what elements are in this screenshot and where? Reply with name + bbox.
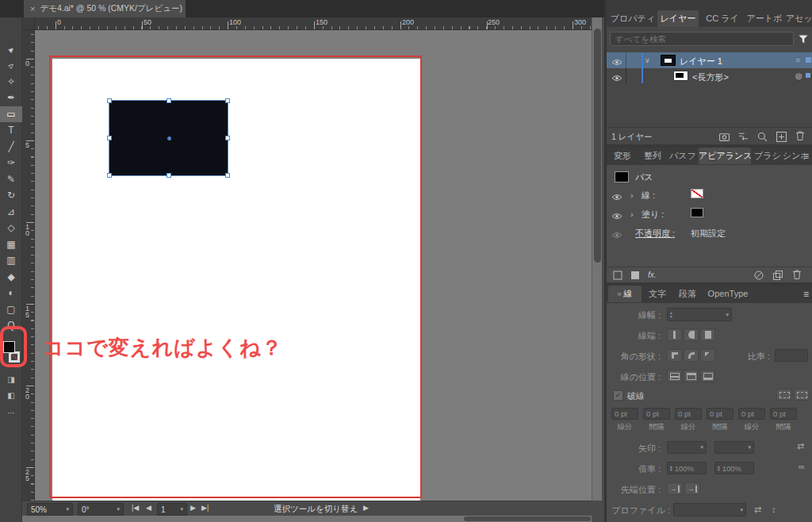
selection-handle[interactable] — [107, 98, 112, 103]
status-play-icon[interactable]: ▶ — [363, 504, 369, 512]
cap-round-button[interactable] — [684, 328, 699, 341]
stepper-icon[interactable]: ▴▾ — [718, 465, 720, 472]
tab-properties[interactable]: プロパティ — [610, 10, 656, 27]
locate-object-icon[interactable] — [757, 131, 768, 142]
make-clip-mask-icon[interactable] — [719, 131, 730, 142]
link-scales-icon[interactable]: ∞ — [799, 462, 805, 471]
selection-center-point[interactable] — [167, 136, 171, 140]
draw-mode-button[interactable]: ◨ — [0, 373, 22, 386]
blend-tool[interactable]: ◐ — [0, 285, 22, 301]
more-tools-button[interactable]: ⋯ — [0, 406, 22, 419]
magic-wand-tool[interactable]: ✧ — [0, 74, 22, 90]
tab-assets[interactable]: アセット — [786, 10, 812, 27]
rectangle-tool[interactable]: ▭ — [0, 106, 22, 122]
object-name[interactable]: <長方形> — [692, 71, 729, 83]
arrow-scale-start-field[interactable]: ▴▾ 100% — [667, 462, 707, 474]
type-tool[interactable]: T — [0, 122, 22, 138]
dash-field-2[interactable]: 0 pt — [675, 408, 702, 420]
tab-opentype[interactable]: OpenType — [703, 286, 753, 302]
stepper-icon[interactable]: ▴▾ — [670, 465, 672, 472]
zoom-tool[interactable]: Q — [0, 317, 22, 333]
pen-tool[interactable]: ✒ — [0, 90, 22, 106]
fill-row-label[interactable]: 塗り : — [642, 209, 664, 221]
tab-align[interactable]: 整列 — [638, 148, 667, 164]
scale-tool[interactable]: ⊿ — [0, 204, 22, 220]
tip-extend-button[interactable]: → — [667, 482, 683, 495]
stroke-weight-field[interactable]: ▴▾ ▾ — [667, 308, 732, 321]
tip-align-button[interactable]: → — [684, 482, 700, 495]
vertical-scrollbar-thumb[interactable] — [594, 29, 601, 263]
tab-appearance[interactable]: アピアランス — [699, 148, 751, 164]
line-tool[interactable]: ╱ — [0, 139, 22, 155]
tab-layers[interactable]: レイヤー — [657, 10, 699, 27]
document-tab[interactable]: × デモ4.ai* @ 50 % (CMYK/プレビュー) — [24, 0, 186, 17]
gradient-tool[interactable]: ▥ — [0, 252, 22, 268]
miter-ratio-field[interactable] — [775, 349, 808, 362]
artboard-number-dropdown[interactable]: 1 ▾ — [157, 503, 187, 516]
delete-layer-icon[interactable] — [795, 130, 805, 141]
tab-pathfinder[interactable]: パスフ — [668, 148, 697, 164]
zoom-level-dropdown[interactable]: 50% ▾ — [27, 503, 73, 516]
visibility-eye-icon[interactable] — [611, 191, 622, 201]
selection-handle[interactable] — [107, 173, 112, 178]
visibility-eye-icon[interactable] — [611, 210, 622, 220]
width-tool[interactable]: ◇ — [0, 220, 22, 236]
add-effect-fx-icon[interactable]: fx. — [648, 271, 657, 279]
cap-butt-button[interactable] — [667, 328, 682, 341]
target-circle-icon[interactable]: ○ — [795, 56, 800, 64]
flip-along-icon[interactable]: ↕ — [772, 505, 776, 514]
pencil-tool[interactable]: ✎ — [0, 171, 22, 187]
tab-cc-libraries[interactable]: CC ライ — [703, 10, 741, 27]
fill-black-swatch[interactable] — [691, 208, 703, 217]
clear-appearance-icon[interactable] — [754, 270, 764, 280]
join-miter-button[interactable] — [667, 349, 682, 362]
tab-stroke[interactable]: ○ 線 — [608, 286, 642, 302]
align-center-button[interactable] — [667, 370, 682, 382]
tab-symbols[interactable]: シンボ — [783, 148, 805, 164]
tab-paragraph[interactable]: 段落 — [673, 286, 702, 302]
visibility-eye-icon[interactable] — [611, 229, 622, 239]
gap-field-3[interactable]: 0 pt — [770, 408, 797, 420]
opacity-link[interactable]: 不透明度 : — [635, 228, 675, 240]
stroke-color-swatch[interactable] — [9, 351, 20, 363]
screen-mode-button[interactable]: ◧ — [0, 389, 22, 401]
delete-item-icon[interactable] — [792, 269, 802, 280]
rotate-tool[interactable]: ↻ — [0, 187, 22, 203]
visibility-eye-icon[interactable] — [611, 56, 622, 66]
object-thumbnail[interactable] — [673, 71, 688, 81]
selected-art-indicator[interactable] — [806, 73, 810, 78]
artwork-rectangle[interactable] — [109, 100, 228, 176]
dash-field-3[interactable]: 0 pt — [738, 408, 765, 420]
gap-field-1[interactable]: 0 pt — [643, 408, 670, 420]
add-new-stroke-icon[interactable] — [613, 270, 622, 280]
eyedropper-tool[interactable]: ◆ — [0, 269, 22, 285]
first-artboard-button[interactable]: |◀ — [132, 504, 139, 512]
dash-align-button[interactable] — [794, 389, 810, 401]
join-bevel-button[interactable] — [700, 349, 715, 362]
horizontal-scrollbar-thumb[interactable] — [464, 516, 591, 521]
swap-arrowheads-icon[interactable]: ⇄ — [797, 441, 804, 451]
tab-artboards[interactable]: アートボ — [745, 10, 784, 27]
stepper-icon[interactable]: ▴▾ — [670, 311, 672, 318]
shape-builder-tool[interactable]: ▦ — [0, 236, 22, 252]
rotation-dropdown[interactable]: 0° ▾ — [78, 503, 124, 516]
align-outside-button[interactable] — [700, 370, 715, 382]
last-artboard-button[interactable]: ▶| — [201, 504, 209, 512]
visibility-eye-icon[interactable] — [611, 72, 622, 82]
new-layer-icon[interactable] — [776, 131, 787, 142]
fill-color-swatch[interactable] — [3, 341, 15, 353]
stroke-row-label[interactable]: 線 : — [642, 190, 655, 202]
layer-name[interactable]: レイヤー 1 — [680, 56, 722, 67]
artboard[interactable] — [52, 59, 420, 501]
layer-row-rectangle[interactable]: <長方形> ◎ — [607, 68, 812, 83]
selection-handle[interactable] — [225, 98, 230, 103]
duplicate-item-icon[interactable] — [773, 270, 783, 280]
expand-chevron-icon[interactable]: › — [630, 190, 634, 200]
selected-art-indicator[interactable] — [806, 57, 811, 63]
tab-brushes[interactable]: ブラシ — [753, 148, 783, 164]
gap-field-2[interactable]: 0 pt — [707, 408, 733, 420]
arrow-scale-end-field[interactable]: ▴▾ 100% — [714, 462, 754, 474]
flip-across-icon[interactable]: ⇄ — [754, 505, 761, 515]
ruler-origin-corner[interactable] — [22, 17, 35, 30]
filter-funnel-icon[interactable] — [799, 33, 808, 44]
